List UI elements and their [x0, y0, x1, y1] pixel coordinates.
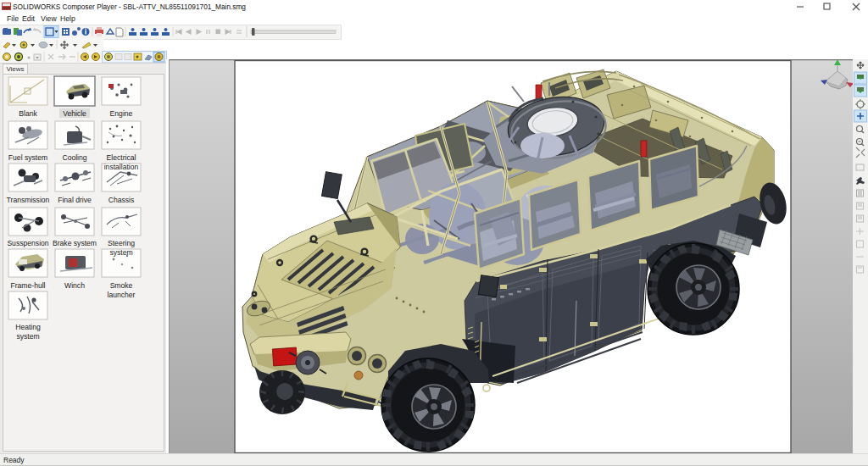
svg-text:Frame-hull: Frame-hull: [10, 281, 45, 290]
svg-text:Blank: Blank: [19, 109, 37, 118]
svg-text:Brake system: Brake system: [53, 239, 97, 247]
svg-text:Vehicle: Vehicle: [63, 109, 86, 118]
svg-text:Steering: Steering: [108, 239, 135, 247]
svg-text:Electrical: Electrical: [107, 153, 136, 162]
svg-text:system: system: [109, 248, 132, 257]
svg-text:Cooling: Cooling: [62, 153, 86, 162]
svg-text:Final drive: Final drive: [58, 196, 92, 204]
svg-text:Chassis: Chassis: [108, 196, 135, 204]
svg-text:Susspension: Susspension: [7, 239, 48, 247]
svg-text:Engine: Engine: [110, 109, 133, 118]
svg-text:Heating: Heating: [15, 323, 41, 331]
svg-text:Winch: Winch: [64, 281, 85, 290]
svg-text:installation: installation: [104, 163, 139, 171]
svg-text:system: system: [16, 332, 39, 341]
svg-text:Transmission: Transmission: [7, 196, 50, 204]
svg-text:Fuel system: Fuel system: [8, 153, 47, 162]
svg-text:launcher: launcher: [108, 291, 136, 299]
svg-text:Smoke: Smoke: [110, 281, 133, 290]
